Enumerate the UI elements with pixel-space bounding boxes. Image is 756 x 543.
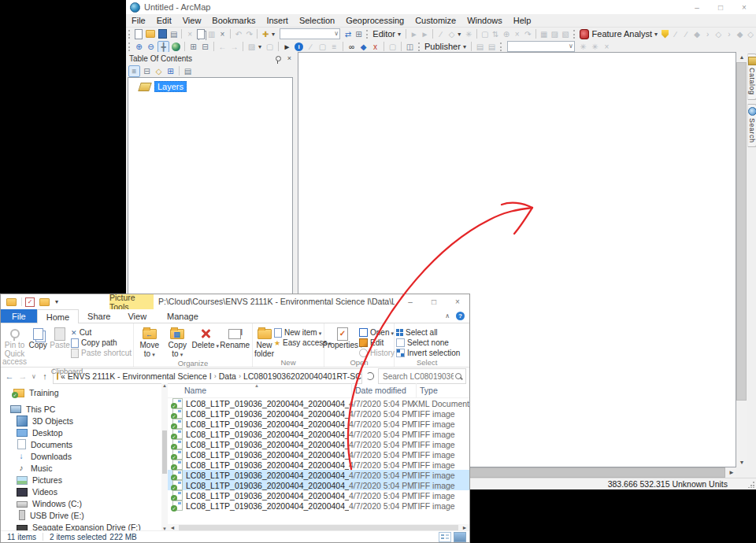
rename-button[interactable]: Rename <box>220 325 250 359</box>
html-popup-icon[interactable] <box>317 42 328 52</box>
feature-class-combo[interactable] <box>507 41 575 52</box>
add-data-dropdown-icon[interactable]: ▾ <box>272 31 275 38</box>
paste-button[interactable]: Paste <box>49 325 71 367</box>
attribute-table-icon[interactable] <box>354 29 364 39</box>
list-by-source-icon[interactable] <box>142 66 152 76</box>
pan-icon[interactable] <box>158 41 169 53</box>
select-none-button[interactable]: Select none <box>396 338 460 348</box>
history-button[interactable]: History <box>359 348 395 358</box>
nav-item-desktop[interactable]: Desktop <box>1 427 168 438</box>
open-icon[interactable] <box>146 30 155 38</box>
nav-item-usb-e[interactable]: USB Drive (E:) <box>1 509 168 521</box>
map-scale-icon[interactable] <box>343 29 353 39</box>
nav-item-training[interactable]: ✓ Training <box>1 386 168 398</box>
paste-shortcut-button[interactable]: Paste shortcut <box>71 348 132 358</box>
details-view-icon[interactable] <box>439 532 451 542</box>
customize-qat-icon[interactable]: ▾ <box>55 298 58 305</box>
resize-grip[interactable] <box>748 482 754 488</box>
hyperlink-icon[interactable] <box>306 42 316 52</box>
menu-help[interactable]: Help <box>508 16 537 25</box>
create-features-icon[interactable] <box>539 29 549 39</box>
tab-manage[interactable]: Manage <box>158 309 207 323</box>
cut-icon[interactable] <box>185 29 195 39</box>
close-button[interactable]: × <box>446 297 469 306</box>
identify-icon[interactable]: i <box>295 42 303 51</box>
shield-icon[interactable] <box>662 30 669 39</box>
rotate-icon[interactable] <box>523 29 532 39</box>
scroll-thumb[interactable] <box>179 525 458 530</box>
file-row[interactable]: ✓ LC08_L1TP_019036_20200404_20200404_01_… <box>168 408 469 419</box>
viewer-window-icon[interactable] <box>405 42 415 52</box>
menu-customize[interactable]: Customize <box>410 16 461 25</box>
new-folder-qat-icon[interactable] <box>39 298 50 306</box>
copy-path-button[interactable]: Copy path <box>71 338 132 348</box>
nav-item-this-pc[interactable]: This PC <box>1 403 168 415</box>
minimize-button[interactable]: – <box>398 297 422 306</box>
split-icon[interactable] <box>513 29 522 39</box>
save-icon[interactable] <box>158 29 167 39</box>
feature-analyst-menu[interactable]: Feature Analyst <box>592 29 652 39</box>
scroll-left-icon[interactable]: ◄ <box>168 525 177 530</box>
nav-item-downloads[interactable]: ↓ Downloads <box>1 450 168 462</box>
file-row[interactable]: ✓ LC08_L1TP_019036_20200404_20200404_01_… <box>168 449 469 460</box>
menu-geoprocessing[interactable]: Geoprocessing <box>340 16 410 25</box>
minimize-button[interactable]: – <box>685 3 709 12</box>
close-icon[interactable]: × <box>287 54 291 62</box>
column-name[interactable]: Name <box>168 386 351 395</box>
trace-icon[interactable] <box>447 29 457 39</box>
nav-item-windows-c[interactable]: Windows (C:) <box>1 497 168 509</box>
list-by-selection-icon[interactable] <box>165 66 176 76</box>
scroll-thumb[interactable] <box>162 430 167 474</box>
publisher-menu[interactable]: Publisher <box>424 42 461 51</box>
file-row[interactable]: ✓ LC08_L1TP_019036_20200404_20200404_01_… <box>168 429 469 439</box>
forward-extent-icon[interactable] <box>229 42 239 52</box>
scroll-up-icon[interactable]: ▲ <box>161 383 168 388</box>
time-slider-icon[interactable] <box>387 42 398 52</box>
fa-tool-8-icon[interactable] <box>746 29 755 39</box>
search-tab[interactable]: Search <box>747 104 756 148</box>
nav-item-videos[interactable]: Videos <box>1 486 168 497</box>
large-icons-view-icon[interactable] <box>454 532 466 542</box>
move-to-button[interactable]: ← Move to <box>135 325 164 359</box>
fa-tool-1-icon[interactable] <box>671 29 680 39</box>
menu-view[interactable]: View <box>177 16 207 25</box>
reshape-icon[interactable] <box>491 29 501 39</box>
scroll-right-icon[interactable]: ► <box>727 469 736 476</box>
tab-file[interactable]: File <box>1 309 37 323</box>
menu-file[interactable]: File <box>126 16 151 25</box>
map-scale-combo[interactable] <box>280 28 340 39</box>
sketch-properties-icon[interactable] <box>561 29 570 39</box>
nav-item-music[interactable]: ♪ Music <box>1 462 168 474</box>
file-row-selected[interactable]: ✓ LC08_L1TP_019036_20200404_20200404_01_… <box>168 480 469 490</box>
catalog-tab[interactable]: Catalog <box>747 54 756 100</box>
copy-icon[interactable] <box>197 29 205 39</box>
help-icon[interactable]: ? <box>456 312 465 320</box>
fa2-tool-1-icon[interactable] <box>578 42 588 52</box>
refresh-icon[interactable] <box>366 372 374 380</box>
maximize-button[interactable]: □ <box>422 297 446 306</box>
nav-item-documents[interactable]: Documents <box>1 438 168 450</box>
go-to-xy-icon[interactable] <box>370 42 380 52</box>
publisher-tool-1-icon[interactable] <box>475 42 485 52</box>
find-icon[interactable] <box>346 42 357 52</box>
select-features-icon[interactable] <box>246 42 257 52</box>
fa-tool-6-icon[interactable] <box>724 29 734 39</box>
search-input[interactable] <box>381 371 455 382</box>
fa2-tool-3-icon[interactable] <box>602 42 612 52</box>
menu-edit[interactable]: Edit <box>151 16 177 25</box>
cut-polygons-icon[interactable] <box>502 29 511 39</box>
search-box[interactable] <box>378 368 466 384</box>
menu-selection[interactable]: Selection <box>294 16 340 25</box>
tab-share[interactable]: Share <box>79 309 119 323</box>
fa-tool-3-icon[interactable] <box>692 29 702 39</box>
arcmap-titlebar[interactable]: Untitled - ArcMap – □ × <box>126 0 756 14</box>
attributes-icon[interactable] <box>550 29 560 39</box>
select-all-button[interactable]: Select all <box>396 327 460 338</box>
fa-tool-2-icon[interactable] <box>682 29 691 39</box>
new-folder-button[interactable]: New folder <box>254 325 274 358</box>
add-data-icon[interactable] <box>261 29 270 39</box>
file-row[interactable]: ✓ LC08_L1TP_019036_20200404_20200404_01_… <box>168 398 469 408</box>
nav-item-3d-objects[interactable]: 3D Objects <box>1 415 168 427</box>
zoom-in-icon[interactable] <box>134 42 144 52</box>
breadcrumb-data[interactable]: Data <box>219 371 236 381</box>
